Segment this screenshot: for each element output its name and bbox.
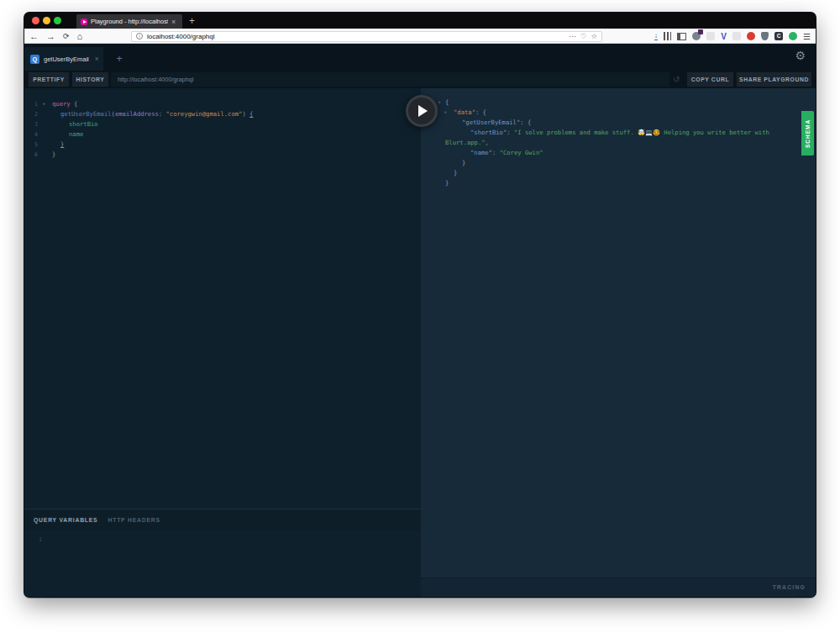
json-value: "I solve problems and make stuff. 🤯💻🤓 He…: [514, 129, 769, 136]
reload-schema-icon[interactable]: ↺: [673, 72, 680, 87]
query-editor-pane[interactable]: 1 2 3 4 5 6 ▾ query { getUserByEmail(ema…: [24, 88, 421, 597]
selection-field: name: [69, 130, 83, 138]
code-line[interactable]: }: [24, 140, 421, 150]
punct: ): [242, 110, 249, 118]
forward-icon[interactable]: →: [46, 31, 55, 41]
browser-tab-close-icon[interactable]: ×: [171, 18, 176, 26]
playground-toolbar: PRETTIFY HISTORY http://localhost:4000/g…: [24, 71, 816, 88]
disabled-extension-icon-2[interactable]: [732, 32, 741, 40]
punct: : {: [475, 108, 486, 116]
result-line: }: [421, 158, 816, 168]
hamburger-menu-icon[interactable]: ☰: [803, 32, 811, 41]
http-headers-tab[interactable]: HTTP HEADERS: [108, 517, 160, 523]
playground-tab-label: getUserByEmail: [44, 55, 89, 63]
punct: {: [445, 98, 449, 106]
tracing-bar: TRACING: [421, 578, 816, 597]
v-extension-icon[interactable]: V: [721, 32, 727, 41]
pocket-icon[interactable]: ♡: [580, 32, 587, 40]
disabled-extension-icon[interactable]: [706, 32, 715, 40]
shield-extension-icon[interactable]: [761, 32, 769, 40]
address-bar[interactable]: i localhost:4000/graphql ⋯ ♡ ☆: [131, 31, 602, 42]
json-value: Blurt.app.",: [445, 139, 489, 146]
argument-name: emailAddress: [115, 110, 159, 118]
browser-window: Playground - http://localhost:4 × + ← → …: [24, 12, 816, 598]
json-key: "shortBio": [470, 129, 507, 136]
punct: }: [52, 150, 55, 158]
refresh-icon[interactable]: ⟳: [63, 32, 70, 40]
browser-tab-title: Playground - http://localhost:4: [91, 18, 168, 25]
result-line: "shortBio": "I solve problems and make s…: [421, 128, 816, 138]
prettify-button[interactable]: PRETTIFY: [29, 72, 69, 87]
navigation-toolbar: ← → ⟳ ⌂ i localhost:4000/graphql ⋯ ♡ ☆ ↓…: [24, 29, 816, 44]
code-line[interactable]: query {: [24, 99, 421, 109]
playground-tab-getuserbyemail[interactable]: Q getUserByEmail ×: [24, 47, 103, 71]
json-key: "name": [470, 149, 492, 156]
result-line: "name": "Corey Gwin": [421, 148, 816, 158]
site-info-icon[interactable]: i: [136, 33, 143, 40]
green-extension-icon[interactable]: [789, 32, 797, 40]
keyword-query: query: [52, 100, 71, 108]
result-line-wrap: Blurt.app.",: [421, 138, 816, 148]
home-icon[interactable]: ⌂: [77, 31, 83, 41]
downloads-icon[interactable]: ↓: [654, 32, 659, 40]
response-pane[interactable]: ▾ ▾ { "data": { "getUserByEmail": { "sho…: [421, 88, 816, 597]
result-line: "data": {: [421, 108, 816, 118]
browser-tab[interactable]: Playground - http://localhost:4 ×: [76, 14, 182, 29]
variables-header: QUERY VARIABLES HTTP HEADERS: [24, 509, 421, 530]
c-extension-icon[interactable]: C: [774, 32, 783, 40]
matching-brace: {: [249, 110, 253, 118]
json-key-data: "data": [454, 108, 475, 116]
punct: : {: [520, 119, 531, 126]
page-actions-icon[interactable]: ⋯: [569, 32, 576, 40]
query-variables-tab[interactable]: QUERY VARIABLES: [34, 517, 97, 523]
code-line[interactable]: }: [24, 150, 421, 160]
endpoint-url-input[interactable]: http://localhost:4000/graphql: [111, 72, 669, 87]
history-button[interactable]: HISTORY: [72, 72, 108, 87]
bookmark-star-icon[interactable]: ☆: [591, 32, 597, 40]
punct: }: [454, 169, 457, 177]
adblock-extension-icon[interactable]: [747, 32, 755, 40]
punct: :: [507, 129, 514, 136]
query-tab-icon: Q: [30, 55, 39, 64]
code-line[interactable]: shortBio: [24, 119, 421, 129]
playground-tab-close-icon[interactable]: ×: [95, 55, 99, 63]
result-line: {: [421, 98, 816, 108]
punct: :: [159, 110, 166, 118]
password-manager-extension-icon[interactable]: [692, 32, 701, 40]
settings-gear-icon[interactable]: ⚙: [795, 49, 806, 62]
url-text[interactable]: localhost:4000/graphql: [147, 33, 564, 40]
code-line[interactable]: getUserByEmail(emailAddress: "coreygwin@…: [24, 109, 421, 119]
result-line: }: [421, 168, 816, 178]
string-value: "coreygwin@gmail.com": [166, 110, 243, 118]
field-name: getUserByEmail: [60, 110, 112, 118]
titlebar: Playground - http://localhost:4 × +: [24, 13, 816, 29]
variables-line-number: 1: [34, 535, 42, 545]
result-line: "getUserByEmail": {: [421, 118, 816, 128]
json-key: "getUserByEmail": [462, 119, 520, 126]
punct: :: [492, 149, 500, 156]
graphql-playground: Q getUserByEmail × + ⚙ PRETTIFY HISTORY …: [24, 44, 816, 597]
share-playground-button[interactable]: SHARE PLAYGROUND: [737, 72, 811, 87]
copy-curl-button[interactable]: COPY CURL: [687, 72, 733, 87]
json-value: "Corey Gwin": [500, 149, 543, 156]
play-icon: [418, 105, 428, 117]
result-line: }: [421, 178, 816, 188]
execute-query-button[interactable]: [406, 95, 438, 127]
matching-brace: }: [60, 140, 64, 148]
playground-new-tab-button[interactable]: +: [108, 47, 130, 71]
library-icon[interactable]: [664, 32, 671, 40]
graphql-playground-favicon: [81, 18, 87, 25]
punct: }: [462, 159, 465, 166]
new-tab-button[interactable]: +: [189, 14, 195, 29]
code-line[interactable]: name: [24, 129, 421, 140]
back-icon[interactable]: ←: [29, 31, 39, 41]
punct: {: [71, 100, 78, 108]
minimize-window-button[interactable]: [43, 17, 50, 24]
sidebar-icon[interactable]: [677, 33, 686, 40]
close-window-button[interactable]: [32, 17, 39, 24]
punct: }: [445, 179, 449, 187]
selection-field: shortBio: [69, 120, 98, 128]
tracing-toggle[interactable]: TRACING: [773, 584, 806, 590]
schema-side-tab[interactable]: SCHEMA: [801, 111, 814, 156]
zoom-window-button[interactable]: [54, 17, 61, 24]
